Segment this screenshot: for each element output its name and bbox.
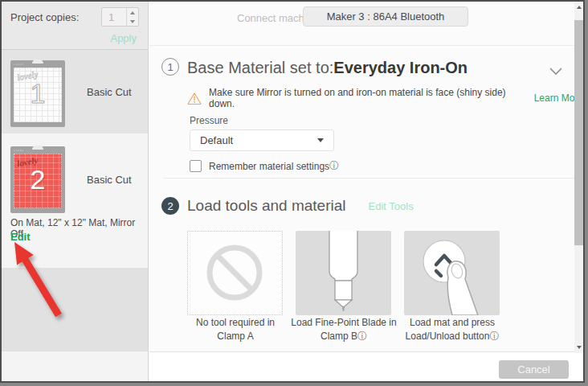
tool-card-caption: Load mat and press Load/Unload buttonⓘ [392,316,512,343]
up-arrow-icon [130,11,135,14]
caption-line1: Load mat and press [410,317,495,328]
project-copies-stepper [101,7,139,27]
remember-settings-checkbox[interactable] [190,160,202,172]
tool-card-clamp-b [296,231,391,315]
remember-settings-row: Remember material settings ⓘ [190,159,339,173]
scroll-down-button[interactable] [574,342,583,353]
copies-spinner [126,8,138,26]
header-divider [149,45,578,46]
down-arrow-icon [577,346,582,349]
info-icon[interactable]: ⓘ [329,159,339,173]
pressure-select[interactable]: Default [190,129,334,151]
action-footer: Cancel [149,351,583,381]
pressure-label: Pressure [190,115,228,126]
mat-preview-1: lovely 1 [14,68,62,122]
mat-thumbnail-2: cricut lovely 2 [10,146,65,213]
edit-tools-button[interactable]: Edit Tools [369,200,414,212]
step1-title: Base Material set to:Everyday Iron-On [187,59,468,77]
step2-header: Load tools and material Edit Tools [187,197,414,215]
scroll-thumb[interactable] [574,20,583,245]
mirror-warning: Make sure Mirror is turned on and iron-o… [187,87,583,109]
scroll-up-button[interactable] [574,2,583,13]
load-unload-button-icon [404,231,500,315]
mat-sidebar: Project copies: Apply cricut lovely 1 Ba… [2,2,149,383]
step2-title: Load tools and material [187,197,346,215]
tool-card-clamp-a [187,231,283,315]
project-copies-panel: Project copies: Apply [2,2,148,50]
pressure-value: Default [200,134,317,146]
project-copies-input[interactable] [102,8,126,26]
apply-button[interactable]: Apply [110,32,137,44]
selected-material-name: Everyday Iron-On [333,59,468,76]
caption-line2: Clamp A [217,331,253,342]
warning-text: Make sure Mirror is turned on and iron-o… [209,87,519,109]
fine-point-blade-icon [296,231,391,315]
copies-decrement-button[interactable] [127,17,138,26]
no-tool-icon [188,232,282,314]
step1-number-badge: 1 [161,58,179,76]
mat-settings-summary: On Mat, 12" x 12" Mat, Mirror Off [10,217,148,240]
mat-brand-label: cricut [14,62,23,66]
mat-tab [32,60,43,64]
step1-title-prefix: Base Material set to: [187,59,333,76]
tool-card-load-button [404,231,500,315]
warning-icon [187,92,202,105]
mat-linetype-label: Basic Cut [87,86,132,98]
mat-number: 2 [14,166,61,193]
mat-linetype-label: Basic Cut [87,174,132,186]
dropdown-caret-icon [317,138,324,142]
edit-mat-button[interactable]: Edit [10,231,31,243]
tool-card-caption: Load Fine-Point Blade in Clamp Bⓘ [284,316,404,343]
mat-number: 1 [14,80,61,107]
mat-thumbnail-1: cricut lovely 1 [10,60,65,127]
scrollbar [574,2,583,353]
cancel-button[interactable]: Cancel [499,360,569,379]
mat-preview-2: lovely 2 [14,154,62,208]
down-arrow-icon [130,20,135,23]
caption-line2: Clamp B [321,331,357,342]
copies-increment-button[interactable] [127,8,138,17]
mat-tab [32,146,43,150]
caption-line1: No tool required in [196,317,275,328]
mat-brand-label: cricut [14,148,23,152]
make-panel: Connect machine Maker 3 : 86A4 Bluetooth… [149,2,583,381]
caption-line2: Load/Unload button [406,331,490,342]
up-arrow-icon [577,6,582,9]
info-icon[interactable]: ⓘ [489,331,499,342]
caption-line1: Load Fine-Point Blade in [291,317,396,328]
empty-mat-slot [2,268,148,351]
make-it-screen: Project copies: Apply cricut lovely 1 Ba… [0,0,585,383]
mat-item-2[interactable]: cricut lovely 2 Basic Cut [2,133,148,268]
chevron-down-icon[interactable] [549,64,562,79]
step2-number-badge: 2 [161,197,179,215]
info-icon[interactable]: ⓘ [357,331,367,342]
project-copies-label: Project copies: [10,11,79,23]
tool-card-caption: No tool required in Clamp A [175,316,296,343]
mat-item-1[interactable]: cricut lovely 1 Basic Cut [2,50,148,133]
machine-select-button[interactable]: Maker 3 : 86A4 Bluetooth [303,6,468,27]
section-divider [163,178,578,179]
remember-settings-label: Remember material settings [209,161,329,172]
